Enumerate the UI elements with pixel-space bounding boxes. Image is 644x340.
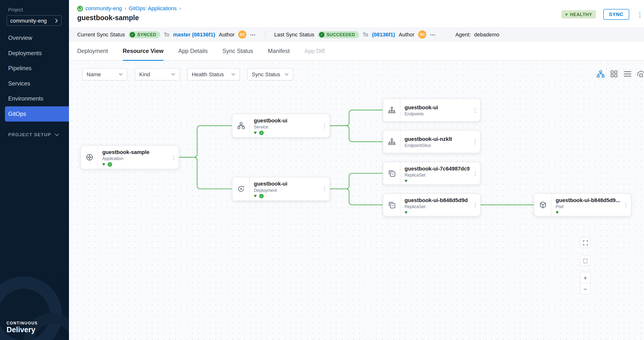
node-application[interactable]: guestbook-sample Application ♥ ✓ ⋮: [80, 146, 179, 169]
tab-app-diff: App Diff: [304, 42, 325, 61]
more-options-icon[interactable]: •••: [430, 32, 436, 37]
sidebar-item-overview[interactable]: Overview: [0, 30, 69, 46]
node-kind: Pod: [556, 204, 620, 209]
node-replicaset-2[interactable]: guestbook-ui-b848d5d9d ReplicaSet ♥ ⋮: [383, 193, 480, 216]
tab-sync-status[interactable]: Sync Status: [222, 42, 253, 61]
succeeded-badge: ✓ SUCCEEDED: [318, 31, 359, 38]
sync-check-icon: ✓: [259, 194, 264, 198]
node-menu-icon[interactable]: ⋮: [320, 177, 330, 200]
check-circle-icon: ✓: [130, 32, 135, 37]
chevron-down-icon: [54, 133, 59, 136]
sidebar: Project community-eng Overview Deploymen…: [0, 0, 69, 340]
divider: [265, 31, 265, 38]
agent-name: debademo: [474, 31, 499, 38]
name-filter-label: Name: [87, 71, 101, 77]
node-endpointslice[interactable]: guestbook-ui-nzklt EndpointSlice ⋮: [383, 130, 480, 153]
main-content: community-eng › GitOps: Applications › g…: [69, 0, 644, 340]
node-title: guestbook-ui: [404, 104, 470, 110]
kind-filter-label: Kind: [139, 71, 150, 77]
health-heart-icon: ♥: [404, 178, 408, 183]
fullscreen-button[interactable]: [580, 237, 590, 248]
node-menu-icon[interactable]: ⋮: [320, 114, 330, 137]
project-setup-label: PROJECT SETUP: [8, 132, 51, 137]
tab-manifest[interactable]: Manifest: [268, 42, 290, 61]
breadcrumb-applications-link[interactable]: GitOps: Applications: [129, 5, 177, 12]
chevron-down-icon: [231, 73, 235, 76]
tab-app-details[interactable]: App Details: [178, 42, 208, 61]
kind-filter-select[interactable]: Kind: [135, 68, 180, 81]
node-menu-icon[interactable]: ⋮: [621, 194, 631, 216]
node-menu-icon[interactable]: ⋮: [470, 162, 480, 184]
node-kind: Service: [254, 124, 318, 129]
sidebar-item-pipelines[interactable]: Pipelines: [0, 61, 69, 76]
health-heart-icon: ♥: [254, 193, 257, 198]
app-window: Project community-eng Overview Deploymen…: [0, 0, 644, 340]
node-title: guestbook-ui-b848d5d9d: [404, 197, 470, 203]
node-menu-icon[interactable]: ⋮: [169, 146, 179, 169]
sidebar-item-gitops[interactable]: GitOps: [5, 106, 69, 122]
health-status-badge: ♥ HEALTHY: [562, 10, 596, 18]
sync-button[interactable]: SYNC: [603, 9, 629, 20]
view-toggle-group: [596, 70, 644, 78]
more-options-icon[interactable]: •••: [250, 32, 256, 37]
sidebar-item-deployments[interactable]: Deployments: [0, 46, 69, 61]
chevron-down-icon: [284, 73, 289, 76]
fullscreen-icon: [582, 240, 588, 246]
node-title: guestbook-ui-nzklt: [404, 136, 470, 142]
replicaset-icon: [383, 162, 400, 184]
header-actions: ♥ HEALTHY SYNC ⋮: [562, 9, 642, 20]
node-replicaset-1[interactable]: guestbook-ui-7c64987dc9 ReplicaSet ♥ ⋮: [383, 162, 480, 185]
breadcrumb-separator-icon: ›: [124, 5, 126, 12]
name-filter-select[interactable]: Name: [82, 68, 127, 81]
node-kind: ReplicaSet: [404, 204, 470, 209]
pod-icon: [534, 194, 552, 216]
tab-deployment[interactable]: Deployment: [77, 42, 108, 61]
resource-tree-canvas: Name Kind Health Status Sync Status: [69, 61, 644, 340]
zoom-out-button[interactable]: −: [580, 284, 590, 294]
sidebar-nav: Overview Deployments Pipelines Services …: [0, 30, 69, 122]
sidebar-item-services[interactable]: Services: [0, 76, 69, 91]
health-heart-icon: ♥: [102, 162, 105, 166]
to-label: To: [362, 31, 368, 38]
project-selector[interactable]: community-eng: [6, 15, 62, 26]
sync-status-bar: Current Sync Status ✓ SYNCED To master (…: [69, 27, 644, 42]
health-heart-icon: ♥: [556, 210, 558, 215]
to-label: To: [164, 31, 169, 38]
last-revision-link[interactable]: (08136f1): [372, 31, 395, 38]
sync-status-filter-select[interactable]: Sync Status: [247, 68, 293, 81]
page-title: guestbook-sample: [77, 14, 139, 22]
tree-view-icon[interactable]: [596, 70, 605, 78]
grid-view-icon[interactable]: [610, 70, 618, 78]
node-kind: ReplicaSet: [404, 172, 470, 177]
current-sync-group: Current Sync Status ✓ SYNCED To master (…: [77, 30, 256, 38]
list-view-icon[interactable]: [623, 70, 632, 78]
current-revision-link[interactable]: master (08136f1): [173, 31, 215, 38]
node-kind: Deployment: [254, 188, 318, 192]
node-pod[interactable]: guestbook-ui-b848d5d9... Pod ♥ ⋮: [534, 193, 631, 216]
node-title: guestbook-ui-b848d5d9...: [556, 197, 620, 203]
node-deployment[interactable]: guestbook-ui Deployment ♥ ✓ ⋮: [232, 177, 330, 201]
node-title: guestbook-ui: [254, 118, 318, 124]
synced-badge: ✓ SYNCED: [129, 31, 160, 38]
fit-to-view-button[interactable]: [580, 256, 590, 266]
tab-resource-view[interactable]: Resource View: [123, 42, 164, 61]
project-setup-toggle[interactable]: PROJECT SETUP: [8, 132, 59, 137]
author-avatar: SC: [418, 30, 426, 38]
sidebar-item-environments[interactable]: Environments: [0, 91, 69, 106]
node-kind: Endpoints: [404, 111, 470, 116]
node-menu-icon[interactable]: ⋮: [470, 131, 480, 153]
health-status-filter-label: Health Status: [192, 71, 224, 77]
health-status-filter-select[interactable]: Health Status: [187, 68, 240, 81]
node-service[interactable]: guestbook-ui Service ♥ ✓ ⋮: [232, 114, 330, 138]
zoom-in-button[interactable]: +: [580, 272, 590, 283]
sync-check-icon: ✓: [259, 130, 264, 135]
gitops-app-icon: [77, 6, 83, 12]
agent-info: Agent: debademo: [455, 31, 499, 38]
node-endpoints[interactable]: guestbook-ui Endpoints ⋮: [383, 98, 480, 122]
breadcrumb-project-link[interactable]: community-eng: [86, 5, 122, 12]
last-sync-group: Last Sync Status ✓ SUCCEEDED To (08136f1…: [274, 30, 436, 38]
node-menu-icon[interactable]: ⋮: [470, 99, 480, 121]
group-view-icon[interactable]: [637, 70, 644, 78]
node-menu-icon[interactable]: ⋮: [470, 194, 480, 216]
header-kebab-menu-icon[interactable]: ⋮: [637, 10, 642, 18]
